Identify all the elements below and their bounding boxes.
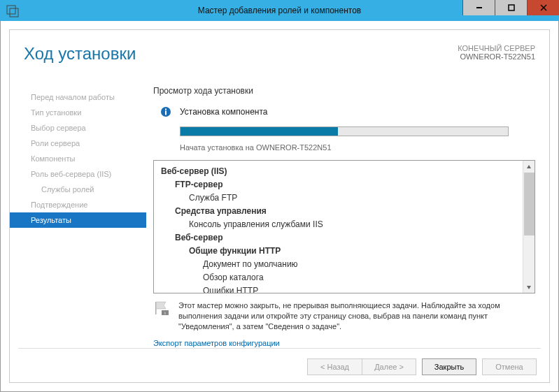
tree-item: Обзор каталога: [161, 271, 516, 284]
svg-marker-12: [156, 302, 166, 309]
main-panel: Просмотр хода установки Установка компон…: [146, 82, 549, 347]
back-button[interactable]: < Назад: [307, 358, 362, 375]
scrollbar[interactable]: [523, 161, 535, 293]
sidebar: Перед началом работыТип установкиВыбор с…: [10, 82, 146, 347]
progress-bar: [180, 126, 509, 136]
tree-item: Служба FTP: [161, 191, 516, 205]
scroll-down-button[interactable]: [523, 281, 535, 293]
tree-item: Веб-сервер: [161, 231, 516, 245]
scroll-thumb[interactable]: [524, 173, 535, 235]
server-label: КОНЕЧНЫЙ СЕРВЕР: [458, 44, 535, 52]
progress-text: Начата установка на OWNEROR-T522N51: [180, 143, 535, 152]
note-text: Этот мастер можно закрыть, не прерывая в…: [178, 300, 535, 332]
minimize-button[interactable]: [462, 0, 495, 15]
export-link[interactable]: Экспорт параметров конфигурации: [153, 339, 535, 347]
svg-marker-9: [527, 165, 531, 168]
sidebar-item: Тип установки: [10, 105, 146, 120]
sidebar-item: Роль веб-сервера (IIS): [10, 166, 146, 182]
tree-item: Документ по умолчанию: [161, 258, 516, 271]
tree-item: Средства управления: [161, 205, 516, 218]
scroll-up-button[interactable]: [523, 161, 535, 173]
tree-item: Ошибки HTTP: [161, 284, 516, 293]
maximize-button[interactable]: [495, 0, 527, 15]
tree-item: Веб-сервер (IIS): [161, 165, 516, 178]
tree-item: Общие функции HTTP: [161, 245, 516, 258]
footer-separator: [18, 348, 541, 349]
next-button[interactable]: Далее >: [362, 358, 416, 375]
sidebar-item[interactable]: Результаты: [10, 212, 146, 228]
note-row: i Этот мастер можно закрыть, не прерывая…: [153, 300, 535, 332]
sidebar-item: Службы ролей: [10, 182, 146, 197]
tree-item: FTP-сервер: [161, 178, 516, 191]
sidebar-item: Роли сервера: [10, 136, 146, 151]
sidebar-item: Перед началом работы: [10, 89, 146, 105]
content-row: Перед началом работыТип установкиВыбор с…: [10, 82, 549, 347]
status-text: Установка компонента: [180, 107, 268, 117]
sidebar-item: Выбор сервера: [10, 120, 146, 136]
close-button[interactable]: [527, 0, 559, 15]
header-row: Ход установки КОНЕЧНЫЙ СЕРВЕР OWNEROR-T5…: [10, 30, 549, 74]
tree-item: Консоль управления службами IIS: [161, 218, 516, 231]
status-row: Установка компонента: [153, 106, 535, 117]
wizard-body: Ход установки КОНЕЧНЫЙ СЕРВЕР OWNEROR-T5…: [0, 21, 559, 392]
sidebar-item: Компоненты: [10, 151, 146, 166]
flag-icon: i: [153, 300, 173, 316]
tree-content: Веб-сервер (IIS)FTP-серверСлужба FTPСред…: [154, 161, 523, 293]
info-icon: [160, 106, 171, 117]
svg-marker-10: [527, 286, 531, 289]
feature-tree: Веб-сервер (IIS)FTP-серверСлужба FTPСред…: [153, 160, 535, 293]
section-title: Просмотр хода установки: [153, 86, 535, 96]
svg-rect-3: [509, 5, 514, 10]
window-controls: [462, 0, 559, 15]
titlebar: Мастер добавления ролей и компонентов: [0, 0, 559, 21]
cancel-button[interactable]: Отмена: [482, 358, 537, 375]
footer: < Назад Далее > Закрыть Отмена: [307, 358, 537, 375]
inner-panel: Ход установки КОНЕЧНЫЙ СЕРВЕР OWNEROR-T5…: [9, 29, 550, 383]
svg-text:i: i: [164, 311, 165, 315]
nav-button-pair: < Назад Далее >: [307, 358, 416, 375]
svg-rect-8: [165, 111, 167, 115]
progress-fill: [181, 127, 338, 136]
sidebar-item: Подтверждение: [10, 197, 146, 212]
server-info: КОНЕЧНЫЙ СЕРВЕР OWNEROR-T522N51: [458, 44, 535, 61]
close-wizard-button[interactable]: Закрыть: [422, 358, 476, 375]
svg-rect-7: [165, 109, 167, 110]
server-name: OWNEROR-T522N51: [458, 52, 535, 61]
page-title: Ход установки: [24, 44, 136, 64]
